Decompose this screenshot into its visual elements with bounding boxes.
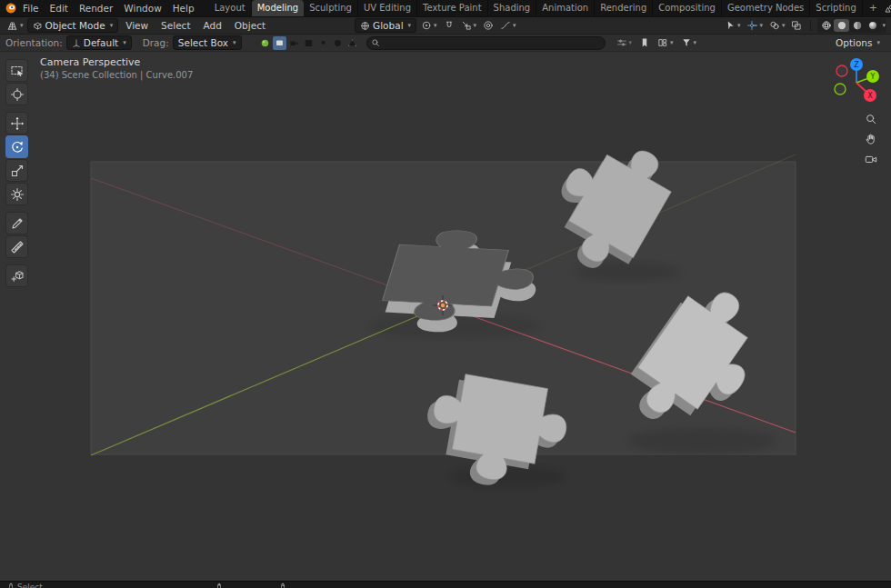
mode-dropdown[interactable]: Object Mode ▾ [27,18,119,33]
tool-transform[interactable] [5,183,28,205]
chevron-down-icon: ▾ [20,23,24,29]
camera-filter-icon[interactable] [287,36,301,50]
camera-icon [865,153,877,165]
object-mode-icon [33,21,43,31]
viewport-display-controls: ▾ ▾ ▾ [723,18,886,33]
show-overlays-button[interactable]: ▾ [767,18,787,33]
display-mode-button[interactable]: ▾ [656,35,676,50]
chevron-down-icon: ▾ [474,23,477,29]
tool-move[interactable] [5,112,28,135]
drag-setting-label: Drag: [143,37,169,48]
world-filter-icon[interactable] [331,36,345,50]
shading-rendered-button[interactable] [865,19,880,32]
box-select-icon [10,64,25,78]
pivot-point-button[interactable]: ▾ [419,18,439,33]
screen-icon[interactable] [273,36,286,50]
options-dropdown[interactable]: Options ▾ [830,35,886,50]
rotate-icon [10,140,25,154]
pan-view-button[interactable] [862,130,880,148]
bookmark-button[interactable] [637,35,652,50]
object-visibility-button[interactable]: ▾ [723,18,743,33]
tool-scale[interactable] [5,159,28,182]
workspace-tab-texture-paint[interactable]: Texture Paint [417,0,488,16]
menu-file[interactable]: File [17,0,45,16]
display-list-icon [657,37,668,48]
workspace-tab-scripting[interactable]: Scripting [810,0,862,16]
proportional-falloff-button[interactable]: ▾ [498,18,518,33]
camera-view-button[interactable] [862,150,880,168]
menu-view[interactable]: View [120,17,154,34]
gizmo-icon [746,20,757,31]
chevron-down-icon: ▾ [123,40,126,46]
proportional-editing-icon [483,20,494,31]
solid-sphere-icon [836,20,847,31]
toggle-xray-button[interactable] [789,18,804,33]
status-select-label: Select [17,583,43,588]
menu-window[interactable]: Window [118,0,166,16]
show-gizmo-button[interactable]: ▾ [745,18,765,33]
snap-target-icon [461,20,472,31]
menu-select[interactable]: Select [155,17,195,34]
separator [810,20,811,31]
chevron-down-icon: ▾ [629,40,633,46]
chevron-down-icon: ▾ [434,23,437,29]
light-filter-icon[interactable] [316,36,330,50]
workspace-tab-compositing[interactable]: Compositing [653,0,722,16]
menu-help[interactable]: Help [167,0,200,16]
annotate-pencil-icon [10,216,25,231]
workspace-tab-uv-editing[interactable]: UV Editing [358,0,417,16]
navigation-gizmo[interactable]: Z Y X [829,55,884,110]
search-icon [371,38,380,47]
snap-settings-button[interactable]: ▾ [459,18,479,33]
collapsed-dropdown-button[interactable]: ▾ [615,35,635,50]
shading-wireframe-button[interactable] [818,19,834,32]
menu-add[interactable]: Add [198,17,227,34]
wireframe-sphere-icon [821,20,832,31]
tool-add-cube[interactable] [5,264,28,287]
snap-toggle-button[interactable] [442,18,456,33]
workspace-tab-shading[interactable]: Shading [488,0,537,16]
tool-cursor[interactable] [5,83,28,105]
image-filter-icon[interactable] [302,36,315,50]
workspace-tab-sculpting[interactable]: Sculpting [304,0,358,16]
material-ball-icon[interactable] [258,36,272,50]
workspace-tabs: Layout Modeling Sculpting UV Editing Tex… [209,0,884,16]
shading-material-button[interactable] [849,19,865,32]
blender-logo-icon[interactable] [5,2,17,15]
editor-type-button[interactable]: ▾ [5,18,25,33]
workspace-tab-modeling[interactable]: Modeling [252,0,305,16]
search-input[interactable] [366,36,606,50]
menu-edit[interactable]: Edit [45,0,74,16]
viewport-3d[interactable]: Camera Perspective (34) Scene Collection… [0,52,891,581]
gizmo-y-negative[interactable] [835,84,846,95]
tool-select-box[interactable] [5,59,28,82]
gizmo-x-negative[interactable] [836,65,847,76]
mesh-filter-icon[interactable] [345,36,359,50]
workspace-tab-rendering[interactable]: Rendering [595,0,653,16]
workspace-tab-layout[interactable]: Layout [209,0,252,16]
shading-solid-button[interactable] [834,19,849,32]
menu-object[interactable]: Object [229,17,271,34]
add-cube-icon [10,269,25,284]
chevron-down-icon: ▾ [408,23,412,29]
scene-picker[interactable]: ▾ Scene [884,3,891,14]
chevron-down-icon: ▾ [513,23,516,29]
status-middle-hint [215,583,223,588]
orientation-dropdown[interactable]: Global ▾ [355,18,416,33]
filter-button[interactable]: ▾ [679,35,699,50]
chevron-down-icon: ▾ [694,40,697,46]
menu-render[interactable]: Render [74,0,118,16]
add-workspace-button[interactable]: + [863,0,884,16]
zoom-view-button[interactable] [862,110,880,128]
workspace-tab-animation[interactable]: Animation [536,0,595,16]
drag-mode-dropdown[interactable]: Select Box ▾ [173,35,242,50]
workspace-tab-geometry-nodes[interactable]: Geometry Nodes [722,0,810,16]
orientation-default-dropdown[interactable]: Default ▾ [66,35,132,50]
axis-icon [72,38,81,47]
proportional-editing-button[interactable] [481,18,496,33]
tool-annotate[interactable] [5,212,28,234]
tool-rotate[interactable] [5,135,28,158]
tool-measure[interactable] [5,235,28,258]
falloff-curve-icon [500,20,511,31]
scene-canvas [0,52,891,581]
